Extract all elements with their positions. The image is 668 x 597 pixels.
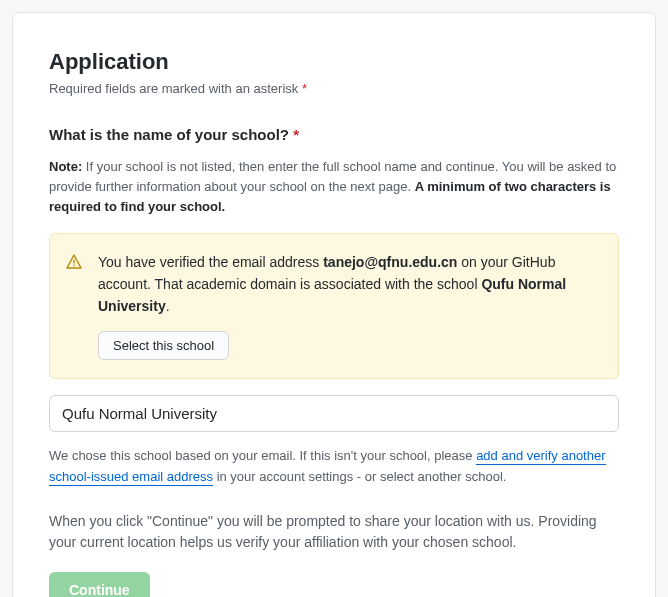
svg-rect-1	[73, 265, 74, 266]
page-title: Application	[49, 49, 619, 75]
school-name-input[interactable]	[49, 395, 619, 432]
school-question-asterisk: *	[293, 126, 299, 143]
alert-body: You have verified the email address tane…	[98, 252, 600, 360]
help-pre: We chose this school based on your email…	[49, 448, 476, 463]
alert-email: tanejo@qfnu.edu.cn	[323, 254, 457, 270]
school-question-label: What is the name of your school? *	[49, 126, 619, 143]
continue-explainer: When you click "Continue" you will be pr…	[49, 511, 619, 554]
help-post: in your account settings - or select ano…	[213, 469, 506, 484]
note-block: Note: If your school is not listed, then…	[49, 157, 619, 217]
required-note-text: Required fields are marked with an aster…	[49, 81, 298, 96]
school-help-text: We chose this school based on your email…	[49, 446, 619, 486]
continue-button[interactable]: Continue	[49, 572, 150, 597]
alert-pre-email: You have verified the email address	[98, 254, 323, 270]
required-asterisk: *	[302, 81, 307, 96]
alert-period: .	[166, 298, 170, 314]
verified-email-alert: You have verified the email address tane…	[49, 233, 619, 379]
warning-icon	[66, 254, 82, 360]
svg-rect-0	[73, 260, 74, 264]
application-card: Application Required fields are marked w…	[12, 12, 656, 597]
note-prefix: Note:	[49, 159, 82, 174]
school-question-text: What is the name of your school?	[49, 126, 289, 143]
select-this-school-button[interactable]: Select this school	[98, 331, 229, 360]
required-note: Required fields are marked with an aster…	[49, 81, 619, 96]
